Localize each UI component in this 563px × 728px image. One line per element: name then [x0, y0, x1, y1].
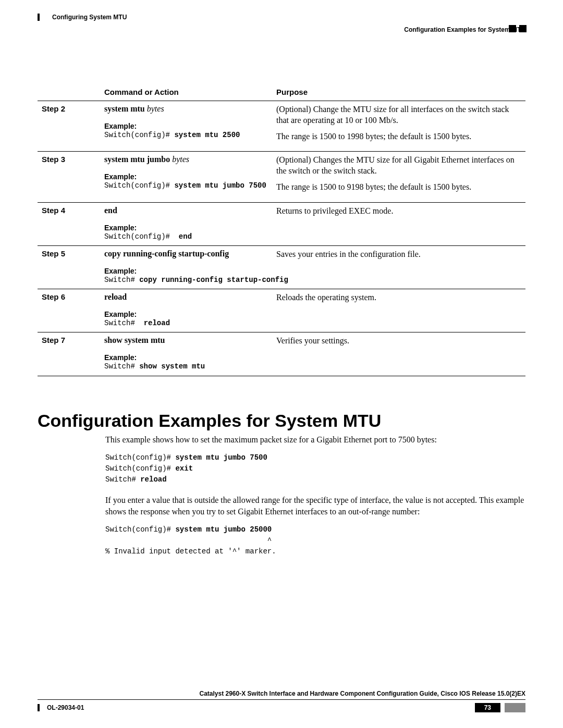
purpose-text: (Optional) Changes the MTU size for all …: [276, 155, 521, 177]
procedure-table: Command or Action Purpose Step 2system m…: [38, 84, 525, 376]
footer-doc-id: OL-29034-01: [38, 704, 84, 711]
code-text: system mtu jumbo 25000: [175, 525, 272, 534]
command-line: copy running-config startup-config: [104, 249, 268, 258]
code-text: Switch(config)#: [105, 453, 175, 462]
code-text: Switch(config)#: [105, 464, 175, 473]
code-text: ^: [105, 536, 272, 545]
section-heading: Configuration Examples for System MTU: [38, 411, 525, 431]
example-label: Example:: [104, 267, 268, 275]
footer-page-number: 73: [475, 703, 500, 712]
code-block-2: Switch(config)# system mtu jumbo 25000 ^…: [105, 524, 525, 557]
purpose-text: The range is 1500 to 9198 bytes; the def…: [276, 182, 521, 193]
purpose-text: Reloads the operating system.: [276, 292, 521, 303]
purpose-text: Returns to privileged EXEC mode.: [276, 206, 521, 217]
example-label: Example:: [104, 172, 268, 181]
example-code: Switch# copy running-config startup-conf…: [104, 275, 268, 285]
purpose-text: (Optional) Change the MTU size for all i…: [276, 104, 521, 126]
footer-grey-box-icon: [505, 703, 525, 712]
body-paragraph-1: This example shows how to set the maximu…: [105, 434, 525, 446]
example-label: Example:: [104, 224, 268, 232]
step-label: Step 6: [42, 292, 65, 301]
header-chapter: Configuring System MTU: [38, 14, 525, 21]
table-row: Step 7show system mtuExample:Switch# sho…: [38, 332, 525, 376]
code-text: % Invalid input detected at '^' marker.: [105, 547, 276, 556]
header-rule-icon: [38, 14, 40, 21]
code-text: system mtu jumbo 7500: [175, 453, 267, 462]
col-head-purpose: Purpose: [272, 84, 525, 101]
command-line: system mtu bytes: [104, 104, 268, 114]
body-paragraph-2: If you enter a value that is outside the…: [105, 495, 525, 517]
example-code: Switch(config)# system mtu jumbo 7500: [104, 181, 268, 190]
example-label: Example:: [104, 353, 268, 362]
code-text: Switch#: [105, 475, 140, 484]
command-line: system mtu jumbo bytes: [104, 155, 268, 164]
example-code: Switch# reload: [104, 318, 268, 328]
example-code: Switch(config)# end: [104, 232, 268, 241]
code-block-1: Switch(config)# system mtu jumbo 7500 Sw…: [105, 452, 525, 485]
footer-doc-text: OL-29034-01: [47, 704, 84, 711]
col-head-step: [38, 84, 100, 101]
purpose-text: Saves your entries in the configuration …: [276, 249, 521, 260]
purpose-text: The range is 1500 to 1998 bytes; the def…: [276, 131, 521, 142]
step-label: Step 7: [42, 336, 65, 344]
page-header: Configuring System MTU Configuration Exa…: [38, 14, 525, 33]
example-label: Example:: [104, 310, 268, 318]
example-label: Example:: [104, 122, 268, 130]
table-row: Step 4endExample:Switch(config)# endRetu…: [38, 202, 525, 245]
code-text: exit: [175, 464, 193, 473]
header-marker-icon: [509, 25, 527, 32]
step-label: Step 4: [42, 206, 65, 215]
footer-title: Catalyst 2960-X Switch Interface and Har…: [38, 690, 525, 700]
table-row: Step 2system mtu bytesExample:Switch(con…: [38, 101, 525, 152]
step-label: Step 2: [42, 104, 65, 113]
page-footer: Catalyst 2960-X Switch Interface and Har…: [38, 690, 525, 712]
step-label: Step 3: [42, 155, 65, 164]
example-code: Switch# show system mtu: [104, 362, 268, 371]
footer-rule-icon: [38, 704, 40, 711]
example-code: Switch(config)# system mtu 2500: [104, 130, 268, 140]
table-row: Step 3system mtu jumbo bytesExample:Swit…: [38, 152, 525, 202]
table-row: Step 6reloadExample:Switch# reloadReload…: [38, 289, 525, 332]
code-text: reload: [140, 475, 166, 484]
col-head-command: Command or Action: [100, 84, 272, 101]
command-line: reload: [104, 292, 268, 302]
command-line: show system mtu: [104, 336, 268, 345]
table-row: Step 5copy running-config startup-config…: [38, 245, 525, 289]
purpose-text: Verifies your settings.: [276, 336, 521, 347]
footer-page-area: 73: [475, 703, 525, 712]
command-line: end: [104, 206, 268, 215]
header-section-text: Configuration Examples for System MTU: [38, 26, 525, 33]
header-chapter-text: Configuring System MTU: [52, 14, 127, 21]
code-text: Switch(config)#: [105, 525, 175, 534]
table-header-row: Command or Action Purpose: [38, 84, 525, 101]
step-label: Step 5: [42, 249, 65, 258]
